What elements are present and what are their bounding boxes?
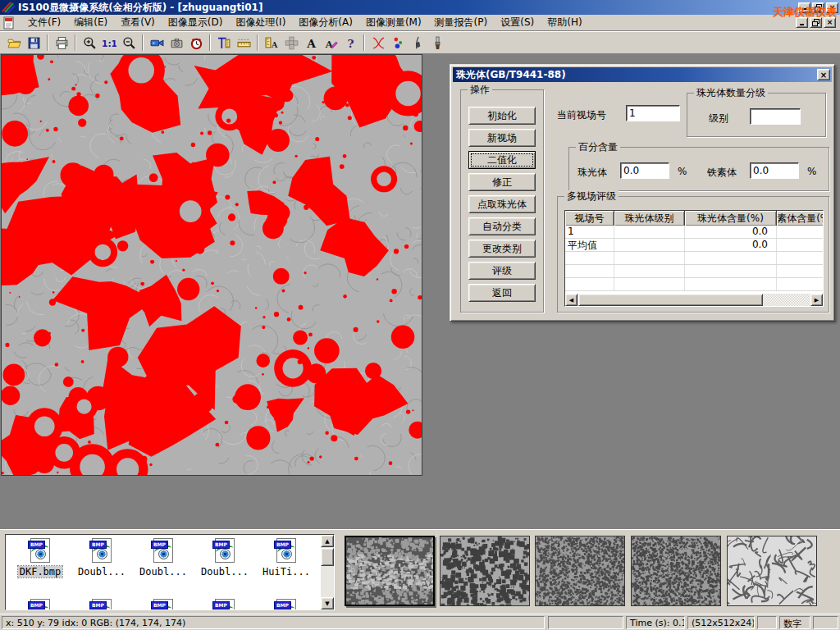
scroll-up-icon[interactable]: ▲ bbox=[321, 535, 334, 547]
file-item[interactable]: BMP bbox=[257, 599, 316, 610]
current-field-input[interactable] bbox=[626, 105, 680, 121]
file-item[interactable]: BMP Doubl... bbox=[134, 538, 193, 578]
file-item[interactable]: BMP DKF.bmp bbox=[11, 538, 70, 578]
cursor-position-readout: x: 510 y: 79 idx: 0 RGB: (174, 174, 174) bbox=[2, 616, 545, 629]
open-icon[interactable] bbox=[4, 34, 24, 52]
file-item[interactable]: BMP bbox=[72, 599, 131, 610]
operation-group-title: 操作 bbox=[468, 84, 492, 95]
pick-pearlite-button[interactable]: 点取珠光体 bbox=[468, 195, 536, 213]
caliper-icon[interactable] bbox=[214, 34, 234, 52]
zoom-in-icon[interactable] bbox=[80, 34, 99, 52]
toolbar-separator bbox=[47, 34, 48, 51]
level-input[interactable] bbox=[750, 108, 801, 125]
text-icon[interactable]: A bbox=[301, 34, 321, 52]
thumbnail-2[interactable] bbox=[440, 536, 530, 606]
table-horizontal-scrollbar[interactable]: ◀ ▶ bbox=[565, 294, 823, 306]
menu-image-measure[interactable]: 图像测量(M) bbox=[360, 14, 427, 31]
timer-icon[interactable] bbox=[186, 34, 206, 52]
minimize-icon[interactable] bbox=[798, 2, 810, 13]
menu-image-display[interactable]: 图像显示(D) bbox=[162, 14, 229, 31]
init-button[interactable]: 初始化 bbox=[468, 107, 536, 125]
edit-text-icon[interactable]: A bbox=[321, 34, 340, 52]
binarized-pearlite-canvas[interactable] bbox=[2, 55, 422, 475]
file-item[interactable]: BMP bbox=[134, 599, 193, 610]
measure-text-icon[interactable]: A bbox=[262, 34, 281, 52]
mdi-close-icon[interactable]: × bbox=[824, 17, 836, 28]
scroll-right-icon[interactable]: ▶ bbox=[810, 294, 823, 306]
menu-image-analysis[interactable]: 图像分析(A) bbox=[293, 14, 358, 31]
pen-icon[interactable] bbox=[408, 34, 427, 52]
dialog-close-icon[interactable]: × bbox=[817, 69, 830, 80]
toolbar: 1:1 A A A ? bbox=[0, 31, 840, 54]
mdi-restore-icon[interactable] bbox=[810, 17, 822, 28]
restore-icon[interactable] bbox=[812, 2, 824, 13]
mdi-minimize-icon[interactable] bbox=[796, 17, 808, 28]
scrollbar-thumb[interactable] bbox=[578, 294, 763, 306]
dialog-title-bar[interactable]: 珠光体(GB/T9441-88) × bbox=[453, 67, 832, 82]
save-icon[interactable] bbox=[24, 34, 43, 52]
pearlite-percent-input[interactable] bbox=[620, 162, 669, 179]
title-bar: IS100显微摄像系统(金相分析版) - [zhuguangti01] × bbox=[0, 0, 840, 15]
print-icon[interactable] bbox=[52, 34, 71, 52]
help-icon[interactable]: ? bbox=[340, 34, 360, 52]
file-browser[interactable]: BMP DKF.bmp BMP Doubl... BMP Doubl... BM… bbox=[5, 534, 335, 610]
file-item[interactable]: BMP Doubl... bbox=[72, 538, 131, 578]
col-field-number: 视场号 bbox=[565, 211, 614, 226]
menu-measure-report[interactable]: 测量报告(P) bbox=[429, 14, 494, 31]
auto-classify-button[interactable]: 自动分类 bbox=[468, 217, 536, 235]
table-row-empty bbox=[565, 265, 823, 278]
bmp-file-icon: BMP bbox=[28, 538, 52, 564]
file-item[interactable]: BMP Doubl... bbox=[195, 538, 254, 578]
menu-image-process[interactable]: 图像处理(I) bbox=[230, 14, 291, 31]
file-name: Doubl... bbox=[76, 566, 127, 578]
file-item[interactable]: BMP bbox=[195, 599, 254, 610]
camera-capture-icon[interactable] bbox=[167, 34, 186, 52]
new-field-button[interactable]: 新视场 bbox=[468, 129, 536, 147]
change-class-button[interactable]: 更改类别 bbox=[468, 240, 536, 258]
return-button[interactable]: 返回 bbox=[468, 284, 536, 302]
table-row[interactable]: 平均值 0.0 bbox=[565, 239, 823, 252]
elapsed-time-readout: Time (s): 0.113 bbox=[626, 616, 685, 629]
ferrite-percent-input[interactable] bbox=[750, 162, 799, 179]
ruler-icon[interactable] bbox=[234, 34, 253, 52]
app-window: IS100显微摄像系统(金相分析版) - [zhuguangti01] × 天津… bbox=[0, 0, 840, 630]
menu-edit[interactable]: 编辑(E) bbox=[68, 14, 113, 31]
menu-help[interactable]: 帮助(H) bbox=[541, 14, 587, 31]
curve-icon[interactable] bbox=[368, 34, 388, 52]
thumbnail-3[interactable] bbox=[535, 536, 625, 606]
grid-icon[interactable] bbox=[281, 34, 301, 52]
thumbnail-4[interactable] bbox=[631, 536, 721, 606]
workspace: 珠光体(GB/T9441-88) × 操作 初始化 新视场 二值化 修正 点取珠… bbox=[0, 54, 840, 529]
file-list-scrollbar[interactable]: ▲ ▼ bbox=[321, 535, 334, 609]
col-pearlite-grade: 珠光体级别 bbox=[614, 211, 685, 226]
binarize-button[interactable]: 二值化 bbox=[468, 151, 536, 169]
menu-file[interactable]: 文件(F) bbox=[22, 14, 66, 31]
operation-group: 操作 初始化 新视场 二值化 修正 点取珠光体 自动分类 更改类别 评级 返回 bbox=[460, 89, 544, 313]
grading-group-title: 珠光体数量分级 bbox=[694, 87, 768, 98]
video-camera-icon[interactable] bbox=[147, 34, 167, 52]
menu-view[interactable]: 查看(V) bbox=[115, 14, 161, 31]
window-title: IS100显微摄像系统(金相分析版) - [zhuguangti01] bbox=[18, 1, 262, 15]
actual-size-icon[interactable]: 1:1 bbox=[99, 34, 119, 52]
table-row[interactable]: 1 0.0 bbox=[565, 226, 823, 239]
metallographic-image[interactable] bbox=[1, 54, 422, 476]
brush-icon[interactable] bbox=[427, 34, 447, 52]
file-item[interactable]: BMP HuiTi... bbox=[257, 538, 316, 578]
scrollbar-thumb[interactable] bbox=[321, 548, 334, 566]
grade-button[interactable]: 评级 bbox=[468, 262, 536, 280]
correct-button[interactable]: 修正 bbox=[468, 173, 536, 191]
close-icon[interactable]: × bbox=[826, 2, 838, 13]
menu-settings[interactable]: 设置(S) bbox=[495, 14, 540, 31]
scroll-left-icon[interactable]: ◀ bbox=[565, 294, 578, 306]
zoom-out-icon[interactable] bbox=[119, 34, 139, 52]
thumbnail-1[interactable] bbox=[345, 536, 435, 606]
percent-group-title: 百分含量 bbox=[576, 141, 620, 153]
thumbnail-5[interactable] bbox=[727, 536, 817, 606]
table-row-empty bbox=[565, 278, 823, 291]
particles-icon[interactable] bbox=[388, 34, 408, 52]
camera-mode-readout: 数字 bbox=[779, 616, 810, 629]
toolbar-separator bbox=[363, 34, 365, 51]
scroll-down-icon[interactable]: ▼ bbox=[321, 597, 334, 609]
file-item[interactable]: BMP bbox=[11, 599, 70, 610]
dialog-title: 珠光体(GB/T9441-88) bbox=[456, 68, 566, 82]
